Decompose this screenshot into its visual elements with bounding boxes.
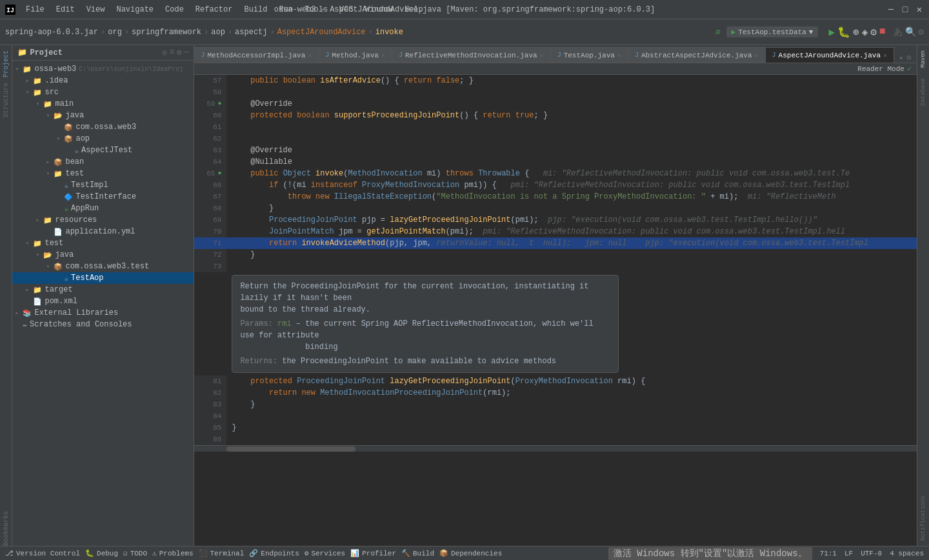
- tab-close-icon[interactable]: ✕: [308, 52, 312, 59]
- status-build[interactable]: 🔨 Build: [401, 549, 434, 557]
- tree-item-java-test[interactable]: ▾ 📂 java: [12, 249, 194, 261]
- minimize-button[interactable]: ─: [886, 5, 895, 14]
- build-button[interactable]: ⚙: [870, 26, 877, 39]
- maximize-button[interactable]: □: [901, 5, 910, 14]
- breadcrumb-method[interactable]: invoke: [375, 28, 403, 37]
- status-indent[interactable]: 4 spaces: [890, 550, 924, 557]
- tree-item-testimpl[interactable]: ▸ ☕ TestImpl: [12, 179, 194, 191]
- tab-method[interactable]: J Method.java ✕: [319, 47, 392, 63]
- services-icon: ⚙: [305, 549, 309, 557]
- status-debug[interactable]: 🐛 Debug: [85, 549, 118, 557]
- close-button[interactable]: ✕: [915, 5, 924, 14]
- status-endpoints[interactable]: 🔗 Endpoints: [249, 549, 299, 557]
- tree-item-external-libraries[interactable]: ▸ 📚 External Libraries: [12, 307, 194, 319]
- status-problems[interactable]: ⚠ Problems: [152, 549, 193, 557]
- tree-item-test-main[interactable]: ▾ 📁 test: [12, 168, 194, 179]
- breadcrumb-pkg2[interactable]: springframework: [132, 28, 201, 37]
- maven-tab[interactable]: Maven: [920, 48, 926, 70]
- status-terminal[interactable]: ⬛ Terminal: [199, 549, 245, 557]
- tree-item-test[interactable]: ▾ 📁 test: [12, 237, 194, 249]
- coverage-button[interactable]: ⊕: [853, 26, 859, 39]
- tab-label: TestAop.java: [564, 52, 615, 59]
- project-tab-icon[interactable]: Project: [3, 50, 10, 77]
- tab-close-icon[interactable]: ✕: [540, 52, 544, 59]
- menu-file[interactable]: File: [21, 4, 50, 15]
- tree-item-testaop[interactable]: ▸ ☕ TestAop: [12, 272, 194, 284]
- status-right: 激活 Windows 转到"设置"以激活 Windows。 71:1 LF UT…: [608, 547, 924, 560]
- notifications-tab[interactable]: Notifications: [920, 493, 926, 543]
- bookmarks-tab-icon[interactable]: Bookmarks: [3, 511, 10, 546]
- status-todo[interactable]: ☑ TODO: [123, 549, 147, 557]
- tree-item-ossa-web3[interactable]: ▾ 📁 ossa-web3 C:\Users\sunjinxin\IdeaPro…: [12, 63, 194, 75]
- tree-item-idea[interactable]: ▸ 📁 .idea: [12, 75, 194, 86]
- run-config-selector[interactable]: ▶ TestAop.testData ▼: [726, 26, 819, 37]
- menu-code[interactable]: Code: [160, 4, 189, 15]
- line-gutter: 62: [194, 133, 226, 145]
- tab-abstractaspect[interactable]: J AbstractAspectJAdvice.java ✕: [628, 47, 766, 63]
- debug-button[interactable]: 🐛: [837, 26, 850, 39]
- tab-aspectjaround[interactable]: J AspectJAroundAdvice.java ✕: [766, 47, 894, 63]
- breadcrumb-class[interactable]: AspectJAroundAdvice: [277, 28, 366, 37]
- reader-mode-check[interactable]: ✓: [907, 65, 912, 73]
- status-dependencies[interactable]: 📦 Dependencies: [439, 549, 502, 557]
- tree-item-apprun[interactable]: ▸ ☕ AppRun: [12, 203, 194, 214]
- status-position[interactable]: 71:1: [820, 550, 837, 557]
- tab-more-icon[interactable]: ▸: [899, 53, 904, 63]
- status-encoding[interactable]: UTF-8: [861, 550, 882, 557]
- tree-item-java-main[interactable]: ▾ 📂 java: [12, 110, 194, 121]
- structure-tab-icon[interactable]: Structure: [3, 83, 10, 117]
- status-line-ending[interactable]: LF: [844, 550, 853, 557]
- line-content: [226, 133, 236, 145]
- code-editor[interactable]: 57 public boolean isAfterAdvice() { retu…: [194, 75, 916, 546]
- tab-close-icon[interactable]: ✕: [381, 52, 385, 59]
- status-version-control[interactable]: ⎇ Version Control: [5, 549, 80, 557]
- tree-item-target[interactable]: ▸ 📁 target: [12, 284, 194, 295]
- code-line-61: 61: [194, 121, 916, 133]
- tab-options-icon[interactable]: ⚙: [906, 53, 911, 63]
- tab-methodaccessorimpl[interactable]: J MethodAccessorImpl.java ✕: [194, 47, 319, 63]
- menu-build[interactable]: Build: [239, 4, 272, 15]
- menu-edit[interactable]: Edit: [51, 4, 80, 15]
- tree-label: src: [45, 88, 59, 97]
- run-button[interactable]: ▶: [828, 26, 835, 39]
- database-tab[interactable]: Database: [920, 75, 926, 108]
- hide-panel-icon[interactable]: —: [184, 48, 188, 57]
- tree-item-com-ossa-web3-test[interactable]: ▾ 📦 com.ossa.web3.test: [12, 261, 194, 272]
- tree-item-main[interactable]: ▾ 📁 main: [12, 98, 194, 110]
- settings-panel-icon[interactable]: ⚙: [177, 48, 181, 57]
- tree-item-application-yml[interactable]: ▸ 📄 application.yml: [12, 226, 194, 237]
- tab-testaop[interactable]: J TestAop.java ✕: [551, 47, 628, 63]
- search-icon[interactable]: 🔍: [905, 26, 916, 38]
- scope-icon[interactable]: ◎: [163, 48, 167, 57]
- menu-navigate[interactable]: Navigate: [111, 4, 159, 15]
- breadcrumb-project[interactable]: spring-aop-6.0.3.jar: [5, 28, 98, 37]
- profile-button[interactable]: ◈: [862, 26, 868, 39]
- search-everywhere-icon[interactable]: ⌕: [715, 26, 721, 39]
- tree-item-aspectjtest[interactable]: ▸ ☕ AspectJTest: [12, 145, 194, 156]
- stop-button[interactable]: ■: [879, 26, 886, 39]
- menu-refactor[interactable]: Refactor: [190, 4, 238, 15]
- tab-reflective[interactable]: J ReflectiveMethodInvocation.java ✕: [392, 47, 551, 63]
- tree-item-scratches[interactable]: ▸ ✏️ Scratches and Consoles: [12, 319, 194, 330]
- tree-item-aop[interactable]: ▾ 📦 aop: [12, 133, 194, 145]
- tree-item-com-ossa-web3[interactable]: ▸ 📦 com.ossa.web3: [12, 121, 194, 133]
- collapse-all-icon[interactable]: ≡: [170, 48, 174, 57]
- tree-item-pom-xml[interactable]: ▸ 📄 pom.xml: [12, 295, 194, 307]
- tree-item-bean[interactable]: ▸ 📦 bean: [12, 156, 194, 168]
- tab-close-icon[interactable]: ✕: [883, 52, 887, 59]
- tree-item-testinterface[interactable]: ▸ 🔷 TestInterface: [12, 191, 194, 203]
- breadcrumb-pkg4[interactable]: aspectj: [235, 28, 267, 37]
- horizontal-scrollbar[interactable]: [194, 445, 916, 452]
- breadcrumb-pkg3[interactable]: aop: [211, 28, 225, 37]
- tree-item-resources[interactable]: ▸ 📁 resources: [12, 214, 194, 226]
- tab-label: Method.java: [332, 52, 379, 59]
- breadcrumb-pkg1[interactable]: org: [108, 28, 122, 37]
- settings-icon[interactable]: ⚙: [919, 26, 924, 38]
- translate-icon[interactable]: あ: [894, 26, 903, 38]
- menu-view[interactable]: View: [81, 4, 110, 15]
- tree-item-src[interactable]: ▾ 📁 src: [12, 86, 194, 98]
- status-profiler[interactable]: 📊 Profiler: [350, 549, 396, 557]
- tab-close-icon[interactable]: ✕: [617, 52, 621, 59]
- status-services[interactable]: ⚙ Services: [305, 549, 345, 557]
- tab-close-icon[interactable]: ✕: [755, 52, 759, 59]
